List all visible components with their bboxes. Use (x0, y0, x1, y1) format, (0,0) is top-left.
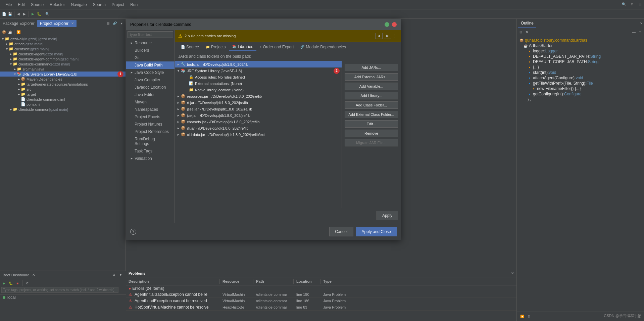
tab-order-export[interactable]: ↕ Order and Export (256, 43, 297, 51)
warning-back-btn[interactable]: ◀ (375, 33, 383, 39)
tree-item-iml[interactable]: ► 📄 clientside-command.iml (0, 97, 126, 102)
outline-minimize[interactable]: — (631, 30, 637, 35)
warning-forward-btn[interactable]: ▶ (384, 33, 391, 39)
remove-btn[interactable]: Remove (345, 130, 398, 137)
nav-validation[interactable]: ► Validation (126, 155, 175, 162)
tab-package-explorer[interactable]: Package Explorer (0, 20, 37, 27)
tab-project-explorer[interactable]: Project Explorer ✕ (37, 20, 77, 27)
add-ext-class-folder-btn[interactable]: Add External Class Folder... (345, 111, 398, 118)
menu-refactor[interactable]: Refactor (47, 1, 67, 8)
add-library-btn[interactable]: Add Library... (345, 92, 398, 99)
explorer-collapse-all[interactable]: ⊟ (105, 21, 111, 26)
tree-item-clientside-common[interactable]: ► 📁 clientside-common [gzzd main] (0, 107, 126, 112)
tree-item-clientside[interactable]: ▼ 📁 clientside [gzzd main] (0, 46, 126, 51)
menu-navigate[interactable]: Navigate (68, 1, 89, 8)
toolbar-new[interactable]: 📄 (1, 11, 7, 17)
menu-project[interactable]: Project (109, 1, 127, 8)
outline-collapse[interactable]: ⊟ (518, 30, 524, 35)
nav-java-code-style[interactable]: ► Java Code Style (126, 69, 175, 76)
tree-item-target[interactable]: ► 📁 target (0, 92, 126, 97)
outline-settings-icon[interactable]: ⚙ (526, 314, 532, 319)
boot-dashboard-close[interactable]: ✕ (32, 273, 35, 277)
nav-task-tags[interactable]: ► Task Tags (126, 147, 175, 155)
nav-java-compiler[interactable]: ► Java Compiler (126, 76, 175, 84)
boot-toolbar-2[interactable]: ▾ (118, 272, 123, 278)
nav-run-debug[interactable]: ► Run/Debug Settings (126, 135, 175, 147)
warning-menu-btn[interactable]: ⋮ (393, 33, 397, 39)
tree-item-clientside-agent[interactable]: ► 📁 clientside-agent [gzzd main] (0, 51, 126, 56)
cancel-btn[interactable]: Cancel (329, 227, 353, 236)
error-row-1[interactable]: ⚠ AgentInitializationException cannot be… (126, 291, 516, 298)
tree-item-generated[interactable]: ► 📁 target/generated-sources/annotations (0, 82, 126, 87)
add-class-folder-btn[interactable]: Add Class Folder... (345, 101, 398, 109)
tree-item-clientside-agent-common[interactable]: ► 📁 clientside-agent-common [gzzd main] (0, 56, 126, 61)
tree-item-gzzd-all[interactable]: ▼ 📁 gzzd-all (in gzzd) [gzzd main] (0, 36, 126, 41)
outline-sort[interactable]: ⇅ (524, 30, 530, 35)
outline-item-logger[interactable]: 🔸 logger : Logger (518, 48, 643, 54)
outline-item-core-jar[interactable]: 🔸 DEFAULT_CORE_JAR_PATH : String (518, 59, 643, 64)
menu-search[interactable]: Search (90, 1, 108, 8)
errors-close[interactable]: ✕ (511, 271, 514, 275)
toolbar-save[interactable]: 💾 (7, 11, 13, 17)
boot-run[interactable]: ▶ (1, 280, 7, 286)
build-item-jce-jar[interactable]: ► 📦 jce.jar - /D/Develop/jdk1.8.0_202/jr… (175, 112, 342, 119)
build-item-access-rules[interactable]: ► 🔒 Access rules: No rules defined (175, 74, 342, 80)
nav-java-build-path[interactable]: ► Java Build Path (126, 61, 175, 69)
outline-filter-icon[interactable]: 🔽 (519, 314, 525, 319)
apply-and-close-btn[interactable]: Apply and Close (356, 227, 397, 236)
tree-item-jre[interactable]: ▼ 📚 JRE System Library [JavaSE-1.8] 1 (0, 72, 126, 77)
nav-java-editor[interactable]: ► Java Editor (126, 91, 175, 98)
add-variable-btn[interactable]: Add Variable... (345, 83, 398, 90)
migrate-jar-btn[interactable]: Migrate JAR File... (345, 139, 398, 146)
build-item-native-lib[interactable]: ► 📁 Native library location: (None) (175, 87, 342, 93)
nav-git[interactable]: ► Git (126, 54, 175, 61)
build-item-charsets-jar[interactable]: ► 📦 charsets.jar - /D/Develop/jdk1.8.0_2… (175, 119, 342, 125)
nav-javadoc[interactable]: ► Javadoc Location (126, 84, 175, 91)
toolbar-forward[interactable]: ▶ (22, 11, 27, 17)
tab-projects[interactable]: 📁 Projects (202, 43, 229, 51)
outline-item-agent-jar[interactable]: 🔸 DEFAULT_AGENT_JAR_PATH : String (518, 54, 643, 59)
tree-item-maven-deps[interactable]: ► 📦 Maven Dependencies (0, 77, 126, 82)
boot-stop[interactable]: ■ (15, 280, 20, 286)
top-settings-icon[interactable]: ⚙ (629, 1, 635, 7)
build-item-jre[interactable]: ▼ 📚 JRE System Library [JavaSE-1.8] 2 (175, 67, 342, 74)
build-item-jsse-jar[interactable]: ► 📦 jsse.jar - /D/Develop/jdk1.8.0_202/j… (175, 106, 342, 112)
tree-item-clientside-command[interactable]: ▼ 📁 clientside-command [gzzd main] (0, 61, 126, 66)
tab-libraries[interactable]: 📚 Libraries (229, 43, 256, 51)
nav-builders[interactable]: ► Builders (126, 47, 175, 54)
outline-close[interactable]: ✕ (640, 21, 643, 25)
build-item-cldrdata-jar[interactable]: ► 📦 cldrdata.jar - /D/Develop/jdk1.8.0_2… (175, 131, 342, 138)
explorer-menu[interactable]: ▾ (119, 21, 124, 26)
toolbar-back[interactable]: ◀ (16, 11, 21, 17)
outline-item-getfilewithprefix[interactable]: 🔹 getFileWithPrefix(File, String) : File (518, 81, 643, 86)
toolbar-filter[interactable]: 🔽 (16, 30, 21, 35)
outline-item-arthasstarter[interactable]: ☕ ArthasStarter (518, 43, 643, 48)
outline-maximize[interactable]: □ (637, 30, 643, 35)
outline-item-attachagent[interactable]: 🔹 attachAgent(Configure) : void (518, 75, 643, 81)
top-menu-icon[interactable]: ☰ (637, 1, 643, 7)
menu-source[interactable]: Source (28, 1, 46, 8)
menu-edit[interactable]: Edit (15, 1, 28, 8)
help-icon[interactable]: ? (130, 229, 136, 235)
boot-dashboard-tab[interactable]: Boot Dashboard ✕ ⚙ ▾ (0, 271, 126, 279)
modal-maximize-btn[interactable] (385, 22, 389, 27)
top-search-icon[interactable]: 🔍 (621, 1, 627, 7)
nav-project-natures[interactable]: ► Project Natures (126, 121, 175, 128)
build-item-rt-jar[interactable]: ► 📦 rt.jar - /D/Develop/jdk1.8.0_202/jre… (175, 99, 342, 106)
explorer-link[interactable]: 🔗 (112, 21, 117, 26)
modal-close-btn[interactable] (392, 22, 397, 27)
menu-run[interactable]: Run (128, 1, 140, 8)
tree-item-attach[interactable]: ► 📁 attach [gzzd main] (0, 41, 126, 46)
outline-item-package[interactable]: 📦 qunar.tc.bistoury.commands.arthas (518, 38, 643, 43)
toolbar-new-class[interactable]: ☕ (7, 30, 13, 35)
tab-outline[interactable]: Outline (518, 19, 536, 28)
toolbar-search[interactable]: 🔍 (45, 11, 50, 17)
project-explorer-close[interactable]: ✕ (71, 21, 74, 25)
toolbar-run[interactable]: ▶ (30, 11, 36, 17)
boot-toolbar-1[interactable]: ⚙ (111, 272, 116, 278)
nav-resource[interactable]: ► Resource (126, 39, 175, 47)
edit-btn[interactable]: Edit... (345, 120, 398, 128)
boot-debug[interactable]: 🐛 (8, 280, 13, 286)
outline-item-static-block[interactable]: 🔸 {...} (518, 64, 643, 70)
nav-namespaces[interactable]: ► Namespaces (126, 106, 175, 113)
